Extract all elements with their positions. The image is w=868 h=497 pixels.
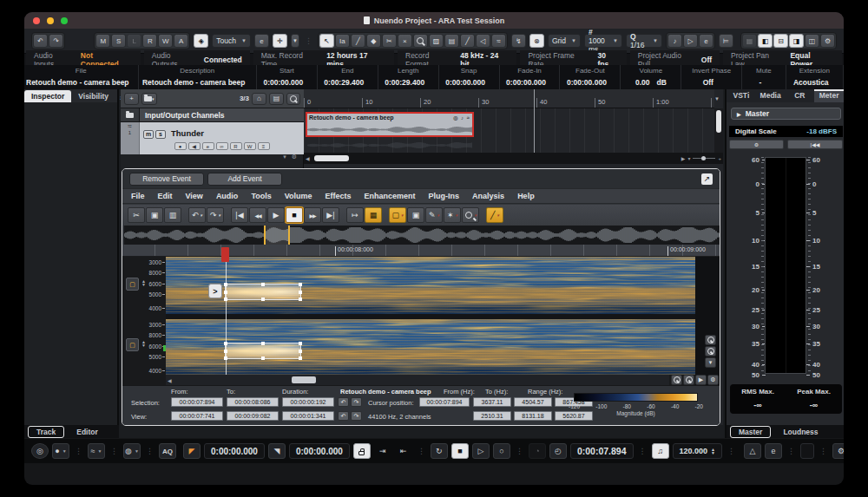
left-zone-tab[interactable]: Visibility — [71, 90, 115, 102]
info-field-value[interactable]: 0.00 — [635, 78, 650, 87]
track-control-button[interactable]: ≡ — [258, 142, 270, 150]
selection-undo-icon[interactable]: ↶ — [338, 397, 349, 407]
track-control-button[interactable]: ◀ — [188, 142, 201, 150]
info-field[interactable]: End 0:00:29.400 — [318, 65, 378, 89]
editor-time-ruler[interactable]: 00:00:08:000 00:00:09:000 — [122, 245, 720, 257]
track-name[interactable]: Thunder — [171, 128, 204, 138]
meter-reset-icon[interactable]: |◀◀ — [787, 140, 843, 149]
info-field[interactable]: Mute - — [742, 65, 786, 89]
left-bottom-tab[interactable]: Track — [28, 426, 64, 438]
meter-bottom-tab[interactable]: Master — [730, 426, 771, 438]
zoom-button[interactable]: ▶ — [695, 375, 707, 385]
punch-out-icon[interactable]: ⇤ — [395, 443, 412, 459]
editor-menu-item[interactable]: Plug-Ins — [429, 192, 460, 200]
zoom-menu-icon[interactable]: ▾ — [687, 155, 690, 161]
editor-menu-item[interactable]: Enhancement — [365, 192, 416, 200]
audio-quantize-button[interactable]: AQ — [159, 443, 176, 459]
minimize-window-icon[interactable] — [47, 17, 54, 24]
editor-menu-item[interactable]: Audio — [216, 192, 239, 200]
view-redo-icon[interactable]: ↷ — [351, 411, 362, 421]
track-control-button[interactable]: R — [230, 142, 242, 150]
zoom-in-icon[interactable]: + — [718, 156, 721, 161]
audio-track[interactable]: ≈ 1 msThunder ●◀e∞RW≡ — [121, 122, 304, 154]
editor-tool-button[interactable]: ✶▾ — [444, 207, 461, 223]
title-bar[interactable]: Nuendo Project - ARA Test Session — [24, 12, 844, 29]
spectral-selection-ch1[interactable] — [225, 284, 301, 300]
view-undo-icon[interactable]: ↶ — [338, 411, 349, 421]
channel2-select-icon[interactable]: ▢ — [126, 338, 139, 351]
expand-editor-icon[interactable]: ↗ — [701, 173, 713, 185]
editor-tool-button[interactable]: ✎▾ — [425, 207, 443, 223]
zoom-button[interactable] — [705, 346, 716, 356]
mute-button[interactable]: m — [143, 130, 154, 139]
editor-tool-button[interactable]: ▦▾ — [365, 207, 382, 223]
editor-tool-button[interactable]: ◀◀▾ — [249, 207, 266, 223]
selection-tohz-field[interactable]: 4504.57 — [514, 397, 552, 407]
folder-track[interactable]: Input/Output Channels — [121, 108, 304, 122]
meter-settings-gear-icon[interactable]: ⚙ — [729, 140, 784, 149]
overview-selection[interactable] — [264, 226, 290, 245]
zoom-slider-track[interactable] — [693, 158, 715, 159]
folder-track-name[interactable]: Input/Output Channels — [140, 111, 225, 120]
view-duration-field[interactable]: 00:00:01:341 — [282, 411, 334, 421]
selection-expand-button[interactable]: > — [208, 284, 222, 298]
tool-button[interactable]: ≈ — [491, 34, 506, 48]
editor-menu-item[interactable]: Help — [517, 192, 535, 200]
zoom-button[interactable] — [683, 375, 694, 385]
tool-button[interactable]: ╱ — [351, 34, 365, 48]
vertical-scrollbar[interactable] — [714, 108, 723, 153]
snap-toggle-icon[interactable]: ⊗ — [529, 34, 544, 48]
grid-value-select[interactable]: # 1000 ms▼ — [584, 34, 622, 48]
snap-type-icon[interactable]: ↯ — [511, 34, 526, 48]
zoom-button[interactable] — [671, 375, 682, 385]
event-effect-icons[interactable]: ◎ ♪ ≈ — [453, 114, 470, 121]
audio-event[interactable]: Retouch demo - camera beep ◎ ♪ ≈ — [306, 112, 474, 137]
overview-waveform[interactable] — [124, 226, 720, 245]
editor-tool-button[interactable]: |◀▾ — [231, 207, 248, 223]
info-field-value[interactable]: - — [759, 78, 761, 87]
meter-bar[interactable] — [765, 157, 806, 374]
info-field[interactable]: Snap 0:00:00.000 — [439, 65, 500, 89]
activate-project-icon[interactable]: ◎ — [31, 443, 49, 459]
selection-duration-field[interactable]: 00:00:00:192 — [282, 397, 334, 407]
scroll-left-icon[interactable]: ◀ — [306, 155, 310, 161]
tempo-stepper[interactable]: ▲▼ — [711, 448, 715, 454]
editor-tool-button[interactable]: ▶▾ — [267, 207, 285, 223]
redo-icon[interactable]: ↷ — [49, 34, 63, 48]
automation-edit-button[interactable]: e — [254, 34, 269, 48]
zoom-slider-handle[interactable] — [701, 156, 706, 160]
editor-tool-button[interactable]: ▣▾ — [407, 207, 424, 223]
play-button[interactable]: ▷ — [472, 443, 490, 459]
info-field[interactable]: Fade-Out 0:00:00.000 — [560, 65, 621, 89]
info-field[interactable]: Extension Acoustica — [786, 65, 844, 89]
automation-letter-button[interactable]: S — [111, 34, 126, 48]
selection-fromhz-field[interactable]: 3637.11 — [473, 397, 511, 407]
editor-horizontal-scrollbar[interactable]: ◀ — [166, 375, 669, 385]
scroll-left-icon[interactable]: ◀ — [168, 377, 172, 383]
time-format-icon[interactable]: ◴ — [549, 443, 567, 459]
editor-tool-button[interactable]: ▢▾ — [389, 207, 406, 223]
editor-tool-button[interactable]: ╱▾ — [486, 207, 503, 223]
tool-button[interactable]: ◆ — [366, 34, 381, 48]
autoscroll-menu-icon[interactable]: ▼ — [291, 34, 299, 48]
primary-time-display[interactable]: 0:00:07.894 — [570, 443, 634, 459]
tool-button[interactable]: Ia — [335, 34, 350, 48]
automation-panel-icon[interactable]: ◈ — [194, 34, 208, 48]
cursor-position-field[interactable]: 00:00:07:894 — [419, 397, 470, 407]
editor-menu-item[interactable]: File — [131, 192, 145, 200]
info-field-value[interactable]: 0:00:00.000 — [445, 78, 485, 87]
horizontal-scrollbar[interactable]: ◀ ▶ ▾ + — [304, 153, 723, 164]
info-field[interactable]: Description Retouch demo - camera beep — [139, 65, 257, 89]
zone-toggle-icon[interactable]: ◨ — [789, 34, 804, 48]
editor-menu-item[interactable]: Analysis — [472, 192, 504, 200]
editor-menu-item[interactable]: View — [186, 192, 203, 200]
selection-to-field[interactable]: 00:00:08:086 — [227, 397, 279, 407]
stop-button[interactable]: ■ — [451, 443, 469, 459]
view-to-field[interactable]: 00:00:09:082 — [227, 411, 279, 421]
time-ruler[interactable]: 010203040501:001:1 — [304, 89, 714, 108]
tool-button[interactable]: ╱ — [460, 34, 475, 48]
record-mode-button[interactable]: ●▼ — [52, 443, 69, 459]
editor-tool-button[interactable]: ↶▾ — [188, 207, 206, 223]
info-field-value[interactable]: Off — [703, 78, 713, 87]
editor-tool-button[interactable]: ▾ — [462, 207, 479, 223]
